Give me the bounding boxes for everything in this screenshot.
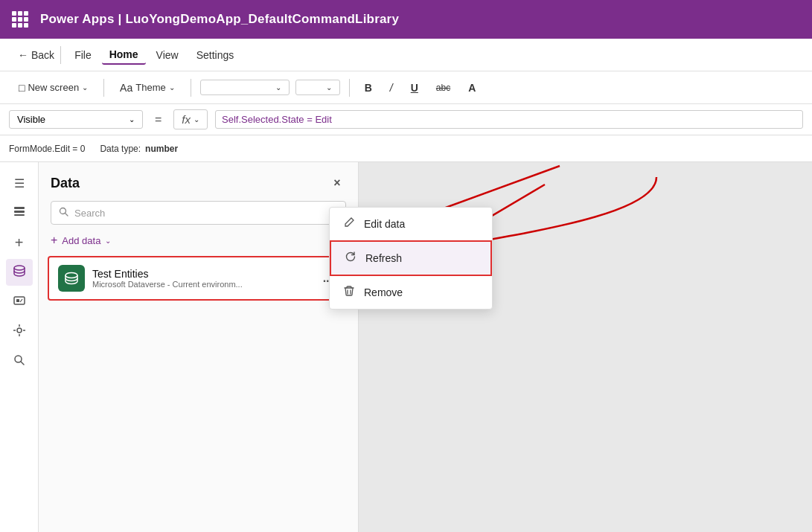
formula-bar: Visible ⌄ = fx ⌄ Self.Selected.State = E…	[0, 104, 812, 135]
sidebar-icon-controls[interactable]	[6, 318, 33, 345]
data-icon	[13, 264, 26, 281]
datatype-hint: Data type: number	[100, 144, 178, 154]
context-menu-remove[interactable]: Remove	[330, 276, 492, 309]
italic-button[interactable]: /	[384, 79, 399, 97]
view-menu[interactable]: View	[149, 46, 186, 64]
font-dropdown[interactable]: ⌄	[200, 80, 290, 95]
add-data-plus-icon: +	[51, 234, 57, 247]
plus-icon: +	[15, 234, 24, 251]
home-menu[interactable]: Home	[102, 45, 146, 65]
top-header: Power Apps | LuoYongDemoApp_DefaultComma…	[0, 0, 812, 39]
new-screen-button[interactable]: □ New screen ⌄	[12, 78, 95, 97]
datatype-value: number	[145, 144, 178, 154]
search-box-icon	[59, 206, 68, 219]
data-panel: Data × Search + Add data ⌄	[39, 162, 359, 532]
formmode-hint: FormMode.Edit = 0	[9, 144, 85, 154]
underline-button[interactable]: U	[405, 79, 424, 97]
svg-point-3	[14, 266, 25, 270]
search-box[interactable]: Search	[51, 201, 346, 225]
left-sidebar: ☰ +	[0, 162, 39, 532]
edit-data-icon	[342, 217, 357, 231]
bold-button[interactable]: B	[359, 79, 378, 97]
context-menu-refresh[interactable]: Refresh	[330, 240, 492, 276]
new-screen-icon: □	[19, 82, 25, 94]
controls-icon	[13, 324, 26, 340]
theme-chevron-icon: ⌄	[169, 83, 175, 92]
svg-rect-0	[14, 207, 25, 209]
app-title: Power Apps | LuoYongDemoApp_DefaultComma…	[40, 12, 399, 27]
fx-chevron-icon: ⌄	[194, 115, 199, 124]
theme-button[interactable]: Aa Theme ⌄	[113, 78, 182, 97]
hint-bar: FormMode.Edit = 0 Data type: number	[0, 135, 812, 162]
svg-point-6	[17, 328, 22, 333]
sidebar-icon-add[interactable]: +	[6, 229, 33, 256]
add-data-chevron-icon: ⌄	[105, 237, 111, 245]
svg-line-12	[21, 362, 24, 365]
data-item-name: Test Entities	[92, 268, 310, 280]
remove-icon	[342, 285, 357, 300]
data-panel-close-button[interactable]: ×	[328, 174, 346, 192]
theme-icon: Aa	[120, 82, 132, 94]
property-label: Visible	[17, 114, 45, 125]
toolbar-sep-2	[191, 79, 191, 97]
back-button[interactable]: ← Back	[12, 46, 61, 64]
sidebar-icon-menu[interactable]: ☰	[6, 170, 33, 196]
menu-icon: ☰	[14, 176, 25, 190]
property-chevron-icon: ⌄	[129, 115, 135, 124]
strikethrough-button[interactable]: abc	[430, 80, 456, 96]
back-arrow-icon: ←	[18, 49, 28, 61]
fontsize-chevron-icon: ⌄	[326, 83, 332, 92]
property-dropdown[interactable]: Visible ⌄	[9, 110, 143, 129]
fontsize-dropdown[interactable]: ⌄	[295, 80, 340, 95]
svg-point-15	[65, 273, 77, 278]
font-chevron-icon: ⌄	[275, 83, 281, 92]
toolbar-sep-3	[349, 79, 350, 97]
sidebar-icon-data[interactable]	[6, 259, 33, 286]
formula-input[interactable]: Self.Selected.State = Edit	[215, 110, 803, 129]
sidebar-icon-search[interactable]	[6, 348, 33, 375]
fontsize-up-button[interactable]: A	[462, 79, 482, 97]
data-panel-header: Data ×	[39, 162, 358, 201]
context-menu: Edit data Refresh Remove	[329, 207, 493, 310]
data-item-test-entities[interactable]: Test Entities Microsoft Dataverse - Curr…	[48, 256, 349, 301]
layers-icon	[13, 205, 26, 221]
grid-icon[interactable]	[12, 11, 28, 28]
svg-rect-1	[14, 211, 25, 213]
fx-icon: fx	[182, 113, 191, 126]
sidebar-icon-media[interactable]	[6, 289, 33, 315]
datatype-label: Data type:	[100, 144, 141, 154]
svg-line-14	[65, 214, 68, 217]
formmode-label: FormMode.Edit = 0	[9, 144, 85, 154]
menu-bar: ← Back File Home View Settings	[0, 39, 812, 71]
new-screen-chevron-icon: ⌄	[82, 83, 88, 92]
fx-button[interactable]: fx ⌄	[173, 109, 208, 129]
toolbar: □ New screen ⌄ Aa Theme ⌄ ⌄ ⌄ B / U abc …	[0, 71, 812, 104]
main-area: ☰ +	[0, 162, 812, 532]
media-icon	[13, 294, 26, 310]
data-item-subtitle: Microsoft Dataverse - Current environm..…	[92, 280, 310, 289]
add-data-button[interactable]: + Add data ⌄	[51, 234, 346, 247]
context-menu-edit-data[interactable]: Edit data	[330, 208, 492, 240]
data-panel-title: Data	[51, 176, 80, 191]
settings-menu[interactable]: Settings	[189, 46, 242, 64]
data-item-icon	[58, 265, 85, 292]
svg-rect-5	[16, 299, 19, 302]
equals-sign: =	[150, 113, 166, 126]
search-input[interactable]: Search	[74, 208, 338, 219]
data-item-info: Test Entities Microsoft Dataverse - Curr…	[92, 268, 310, 289]
svg-rect-2	[14, 214, 25, 216]
search-sidebar-icon	[13, 354, 25, 369]
refresh-icon	[343, 251, 358, 266]
file-menu[interactable]: File	[67, 46, 99, 64]
toolbar-sep-1	[103, 79, 104, 97]
sidebar-icon-layers[interactable]	[6, 199, 33, 226]
